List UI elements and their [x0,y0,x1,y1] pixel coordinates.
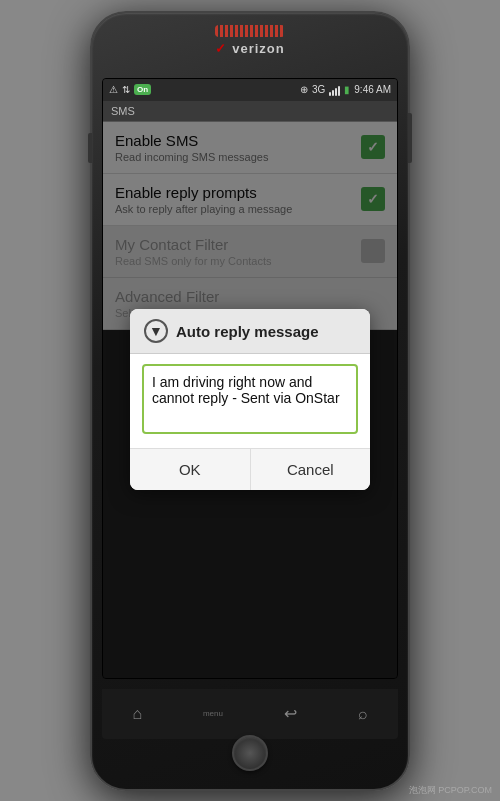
search-icon: ⌕ [358,705,368,722]
status-left: ⚠ ⇅ On [109,84,151,95]
signal-bar-4 [338,86,340,96]
nav-menu-button[interactable]: menu [203,709,223,718]
notification-icon: ⚠ [109,84,118,95]
nav-search-button[interactable]: ⌕ [358,705,368,723]
status-bar: ⚠ ⇅ On ⊕ 3G ▮ 9:46 AM [103,79,397,101]
menu-label: menu [203,709,223,718]
speaker-grill [215,25,285,37]
settings-container: Enable SMS Read incoming SMS messages ✓ … [103,122,397,678]
on-badge: On [134,84,151,95]
screen: ⚠ ⇅ On ⊕ 3G ▮ 9:46 AM [102,78,398,679]
gps-icon: ⊕ [300,84,308,95]
status-right: ⊕ 3G ▮ 9:46 AM [300,84,391,96]
time-display: 9:46 AM [354,84,391,95]
carrier-area: ✓ verizon [215,41,285,56]
signal-bar-2 [332,90,334,96]
dialog-icon: ▼ [144,319,168,343]
battery-icon: ▮ [344,84,350,95]
bottom-nav: ⌂ menu ↩ ⌕ [102,689,398,739]
dialog-box: ▼ Auto reply message OK Cancel [130,309,370,490]
dialog-overlay: ▼ Auto reply message OK Cancel [103,122,397,678]
app-header: SMS [103,101,397,122]
signal-bar-1 [329,92,331,96]
side-button-left[interactable] [88,133,92,163]
usb-icon: ⇅ [122,84,130,95]
dialog-cancel-button[interactable]: Cancel [251,449,371,490]
signal-bar-3 [335,88,337,96]
phone-shell: ✓ verizon ⚠ ⇅ On ⊕ 3G [90,11,410,791]
home-icon: ⌂ [132,705,142,722]
network-type: 3G [312,84,325,95]
dialog-title-bar: ▼ Auto reply message [130,309,370,354]
verizon-checkmark-icon: ✓ [215,41,226,56]
home-hardware-button[interactable] [232,735,268,771]
signal-bars [329,84,340,96]
side-button-right[interactable] [408,113,412,163]
dialog-title: Auto reply message [176,323,319,340]
auto-reply-textarea[interactable] [142,364,358,434]
carrier-name: verizon [232,41,285,56]
dialog-body [130,354,370,448]
back-icon: ↩ [284,705,297,722]
dialog-buttons: OK Cancel [130,448,370,490]
app-title: SMS [111,105,135,117]
watermark: 泡泡网 PCPOP.COM [409,784,492,797]
nav-back-button[interactable]: ↩ [284,704,297,723]
nav-home-button[interactable]: ⌂ [132,705,142,723]
dialog-ok-button[interactable]: OK [130,449,251,490]
